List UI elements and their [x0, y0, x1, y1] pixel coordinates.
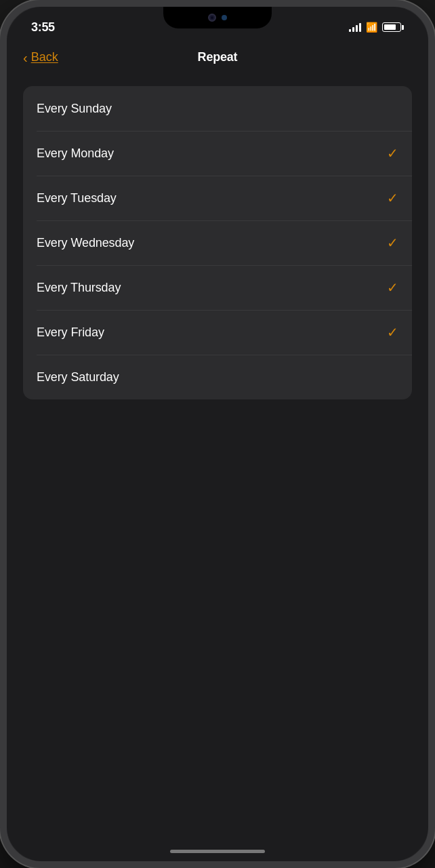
nav-header: ‹ Back Repeat: [7, 43, 428, 75]
list-item-saturday[interactable]: Every Saturday: [23, 355, 412, 399]
page-title: Repeat: [198, 50, 238, 64]
status-time: 3:55: [31, 20, 55, 35]
back-label: Back: [31, 50, 58, 64]
back-button[interactable]: ‹ Back: [23, 50, 58, 64]
home-indicator[interactable]: [170, 850, 265, 853]
volume-down-button[interactable]: [0, 285, 1, 339]
repeat-list: Every Sunday Every Monday ✓ Every Tuesda…: [23, 86, 412, 399]
phone-frame: 3:55 📶 ‹ Bac: [0, 0, 435, 868]
checkmark-icon: ✓: [387, 281, 398, 294]
checkmark-icon: ✓: [387, 326, 398, 339]
signal-strength-icon: [349, 22, 361, 32]
list-item-wednesday[interactable]: Every Wednesday ✓: [23, 220, 412, 265]
battery-icon: [382, 22, 404, 32]
status-bar: 3:55 📶: [7, 7, 428, 43]
list-item-label: Every Tuesday: [37, 191, 117, 205]
list-item-label: Every Monday: [37, 146, 114, 161]
volume-up-button[interactable]: [0, 210, 1, 264]
list-item-label: Every Thursday: [37, 281, 121, 295]
list-item-monday[interactable]: Every Monday ✓: [23, 131, 412, 176]
checkmark-icon: ✓: [387, 146, 398, 160]
checkmark-icon: ✓: [387, 191, 398, 205]
content-area: Every Sunday Every Monday ✓ Every Tuesda…: [7, 75, 428, 861]
list-item-label: Every Sunday: [37, 102, 112, 116]
wifi-icon: 📶: [366, 22, 377, 33]
status-icons: 📶: [349, 22, 404, 33]
list-item-friday[interactable]: Every Friday ✓: [23, 310, 412, 355]
mute-button[interactable]: [0, 156, 1, 190]
list-item-label: Every Friday: [37, 326, 104, 340]
checkmark-icon: ✓: [387, 236, 398, 250]
list-item-tuesday[interactable]: Every Tuesday ✓: [23, 176, 412, 220]
list-item-label: Every Saturday: [37, 370, 119, 384]
list-item-sunday[interactable]: Every Sunday: [23, 86, 412, 131]
list-item-label: Every Wednesday: [37, 236, 134, 250]
back-chevron-icon: ‹: [23, 51, 28, 64]
list-item-thursday[interactable]: Every Thursday ✓: [23, 265, 412, 310]
screen: 3:55 📶 ‹ Bac: [7, 7, 428, 861]
